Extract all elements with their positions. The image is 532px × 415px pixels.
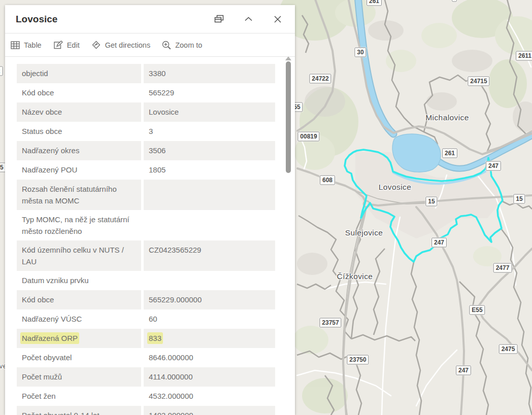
road-shield [452,0,457,2]
road-shield: 15 [425,197,437,206]
field-value [144,271,275,290]
table-row: Kód obce565229.000000 [17,290,275,309]
road-shield: 2477 [493,263,512,273]
edit-button[interactable]: Edit [53,40,80,50]
road-shield: 15 [513,194,525,204]
road-shield: 2611 [516,51,532,61]
get-directions-button[interactable]: Get directions [91,39,151,51]
field-value: 3380 [144,64,275,83]
road-shield: 247 [456,366,471,375]
field-value: 1403.000000 [144,406,275,415]
popup-header: Lovosice [5,5,295,33]
field-label: Nadřazený okres [17,141,141,160]
field-label: Datum vzniku prvku [17,271,141,290]
table-row: Počet mužů4114.000000 [17,367,275,387]
road-shield: 00819 [297,132,319,142]
field-value: 3506 [144,141,275,160]
collapse-button[interactable] [238,10,258,29]
table-row: objectid3380 [17,64,275,83]
field-value: 60 [144,309,275,329]
field-label: Nadřazený VÚSC [17,309,141,329]
road-shield: 261 [442,149,457,158]
table-row: Nadřazená ORP833 [17,329,275,348]
table-row: Kód obce565229 [17,83,275,102]
field-value: Lovosice [144,102,275,122]
zoom-to-icon [162,41,171,50]
table-row: Kód územního celku v NUTS / LAUCZ0423565… [17,240,275,271]
scroll-up-arrow[interactable] [285,57,292,61]
field-label: Počet obyvatel [17,348,141,367]
road-shield: 608 [320,176,335,185]
field-value: 3 [144,122,275,141]
field-label: Status obce [17,122,141,141]
table-row: Nadřazený okres3506 [17,141,275,160]
field-value [144,180,275,210]
field-label: Počet mužů [17,367,141,387]
zoom-to-button-label: Zoom to [175,41,202,49]
field-value: 565229 [144,83,275,102]
popup-title: Lovosice [16,14,209,25]
dock-icon [214,15,224,24]
field-value: 4532.000000 [144,387,275,406]
directions-icon [91,40,101,50]
road-shield: 2475 [499,344,518,354]
attribute-table: objectid3380Kód obce565229Název obceLovo… [17,64,275,415]
table-icon [11,41,20,49]
place-label: Sulejovice [345,228,383,237]
place-label: Čížkovice [337,272,373,281]
field-label: Rozsah členění statutárního města na MOM… [17,180,141,210]
field-label: Nadřazený POU [17,160,141,180]
road-shield: 23750 [347,355,369,365]
field-value: 565229.000000 [144,290,275,309]
table-row: Nadřazený POU1805 [17,160,275,180]
field-label: Nadřazená ORP [17,329,141,348]
field-label: Kód územního celku v NUTS / LAU [17,240,141,271]
field-label: Počet žen [17,387,141,406]
road-shield: 261 [367,0,382,6]
table-row: Typ MOMC, na něž je statutární město roz… [17,210,275,240]
zoom-to-button[interactable]: Zoom to [161,40,203,51]
field-value [144,210,275,240]
field-value: 8646.000000 [144,348,275,367]
popup-toolbar: Table Edit Get directions [5,33,295,57]
place-label: Michalovice [425,113,469,122]
road-shield: E55 [469,305,485,315]
table-row: Počet žen4532.000000 [17,387,275,406]
field-value: 4114.000000 [144,367,275,387]
edit-button-label: Edit [67,41,80,49]
popup-panel: Lovosice [5,5,295,415]
chevron-up-icon [245,17,252,21]
dock-button[interactable] [209,10,229,29]
table-button[interactable]: Table [10,40,42,50]
table-row: Rozsah členění statutárního města na MOM… [17,180,275,210]
road-shield: 30 [354,48,366,57]
table-row: Nadřazený VÚSC60 [17,309,275,329]
field-value: 833 [144,329,275,348]
highlighted-text: Nadřazená ORP [22,334,78,342]
road-shield: 24722 [309,74,331,84]
field-label: Název obce [17,102,141,122]
road-shield: 23757 [319,318,341,328]
table-row: Počet obyvatel8646.000000 [17,348,275,367]
road-shield: 24715 [468,77,489,86]
scrollbar-thumb[interactable] [286,61,291,173]
close-button[interactable] [268,10,288,29]
field-label: objectid [17,64,141,83]
road-shield: 247 [486,161,501,171]
road-shield: 2 [0,66,3,76]
field-label: Kód obce [17,290,141,309]
field-label: Počet obyvatel 0-14 let [17,406,141,415]
highlighted-text: 833 [149,334,161,342]
field-value: CZ0423565229 [144,240,275,271]
popup-content: objectid3380Kód obce565229Název obceLovo… [5,57,295,415]
close-icon [274,16,281,23]
table-row: Status obce3 [17,122,275,141]
field-label: Kód obce [17,83,141,102]
table-row: Datum vzniku prvku [17,271,275,290]
table-row: Počet obyvatel 0-14 let1403.000000 [17,406,275,415]
table-button-label: Table [24,41,42,49]
get-directions-button-label: Get directions [105,41,150,49]
field-label: Typ MOMC, na něž je statutární město roz… [17,210,141,240]
table-row: Název obceLovosice [17,102,275,122]
edit-icon [53,41,63,49]
